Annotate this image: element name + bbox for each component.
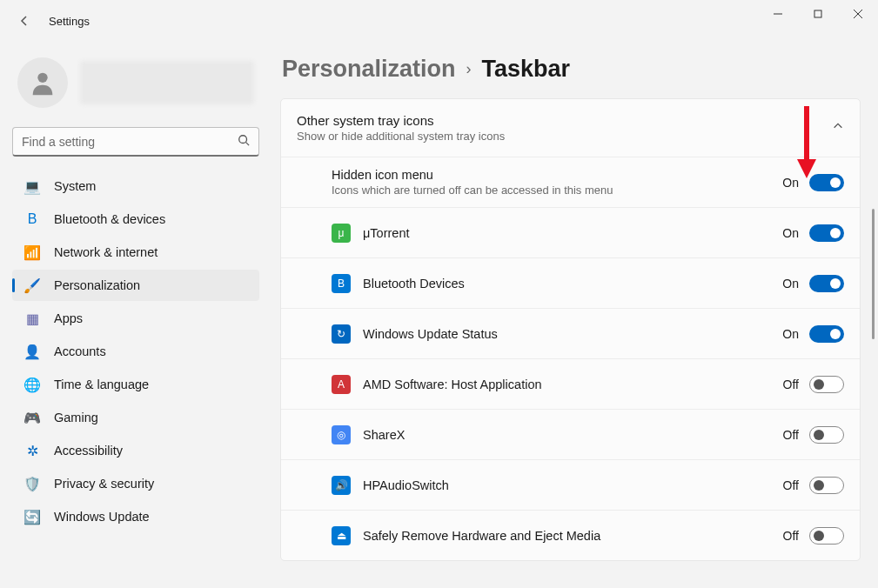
nav-icon: 📶 <box>24 244 40 260</box>
nav-label: Windows Update <box>54 510 150 524</box>
row-title: Windows Update Status <box>363 327 782 341</box>
nav-item-network-internet[interactable]: 📶Network & internet <box>12 237 259 268</box>
toggle-state-label: On <box>782 277 799 291</box>
tray-icon-row: ◎ShareXOff <box>281 409 860 459</box>
search-icon <box>238 134 250 150</box>
toggle-windows-update-status[interactable] <box>809 325 844 343</box>
toggle-state-label: Off <box>783 478 799 492</box>
nav-label: Privacy & security <box>54 477 154 491</box>
tray-icon-row: BBluetooth DevicesOn <box>281 257 860 308</box>
svg-point-4 <box>37 73 47 83</box>
close-button[interactable] <box>838 0 878 28</box>
app-icon: B <box>332 274 351 293</box>
nav-label: Apps <box>54 311 83 325</box>
user-name-redacted <box>80 61 254 104</box>
scrollbar[interactable] <box>872 209 875 339</box>
breadcrumb: Personalization › Taskbar <box>280 56 861 83</box>
minimize-button[interactable] <box>758 0 798 28</box>
app-icon: ⏏ <box>332 526 351 545</box>
search-box[interactable] <box>12 127 259 157</box>
breadcrumb-parent[interactable]: Personalization <box>282 56 456 83</box>
tray-icon-row: AAMD Software: Host ApplicationOff <box>281 358 860 409</box>
nav-item-system[interactable]: 💻System <box>12 170 259 202</box>
row-title: ShareX <box>363 428 783 442</box>
tray-icon-row: ↻Windows Update StatusOn <box>281 308 860 358</box>
avatar <box>17 57 68 108</box>
toggle-state-label: Off <box>783 529 799 543</box>
nav-icon: 🔄 <box>24 509 40 525</box>
nav-item-windows-update[interactable]: 🔄Windows Update <box>12 501 259 532</box>
nav-item-apps[interactable]: ▦Apps <box>12 303 259 334</box>
section-header[interactable]: Other system tray icons Show or hide add… <box>281 99 860 157</box>
row-title: μTorrent <box>363 226 782 240</box>
nav-item-time-language[interactable]: 🌐Time & language <box>12 369 259 400</box>
nav-label: Bluetooth & devices <box>54 212 165 226</box>
toggle-state-label: On <box>782 176 799 190</box>
nav-label: Gaming <box>54 411 98 424</box>
breadcrumb-current: Taskbar <box>482 56 571 83</box>
toggle-safely-remove-hardware-and-eject-media[interactable] <box>809 527 844 545</box>
toggle-state-label: Off <box>783 378 799 391</box>
search-input[interactable] <box>22 135 238 149</box>
nav-item-accessibility[interactable]: ✲Accessibility <box>12 435 259 466</box>
row-hidden-icon-menu: Hidden icon menu Icons which are turned … <box>281 157 860 207</box>
app-icon: 🔊 <box>332 476 351 495</box>
chevron-right-icon: › <box>466 60 472 78</box>
toggle-bluetooth-devices[interactable] <box>809 275 844 292</box>
nav-item-gaming[interactable]: 🎮Gaming <box>12 402 259 433</box>
app-icon: A <box>332 375 351 394</box>
nav-icon: ✲ <box>24 443 40 458</box>
nav-icon: 🛡️ <box>24 476 40 491</box>
nav-label: Accounts <box>54 344 106 358</box>
toggle-amd-software-host-application[interactable] <box>809 376 844 393</box>
toggle-sharex[interactable] <box>809 426 844 444</box>
main-content: Personalization › Taskbar Other system t… <box>271 42 878 588</box>
row-title: Hidden icon menu <box>332 168 782 182</box>
nav-item-bluetooth-devices[interactable]: BBluetooth & devices <box>12 204 259 235</box>
toggle--torrent[interactable] <box>809 224 844 242</box>
row-title: Bluetooth Devices <box>363 277 782 291</box>
nav-icon: 🎮 <box>24 410 40 425</box>
nav-icon: B <box>24 211 40 227</box>
nav-icon: 🖌️ <box>24 277 40 293</box>
toggle-state-label: On <box>782 226 799 240</box>
back-button[interactable] <box>14 10 35 31</box>
row-title: Safely Remove Hardware and Eject Media <box>363 529 783 543</box>
nav-icon: 👤 <box>24 344 40 359</box>
app-title: Settings <box>49 15 90 28</box>
nav-item-personalization[interactable]: 🖌️Personalization <box>12 270 259 301</box>
nav-label: Personalization <box>54 278 140 292</box>
tray-icon-row: ⏏Safely Remove Hardware and Eject MediaO… <box>281 510 860 560</box>
toggle-hpaudioswitch[interactable] <box>809 477 844 494</box>
nav-item-privacy-security[interactable]: 🛡️Privacy & security <box>12 468 259 499</box>
nav-icon: 🌐 <box>24 377 40 392</box>
app-icon: ↻ <box>332 324 351 344</box>
section-title: Other system tray icons <box>297 113 832 128</box>
nav-label: Network & internet <box>54 245 158 259</box>
toggle-state-label: On <box>782 327 799 341</box>
toggle-state-label: Off <box>783 428 799 442</box>
chevron-up-icon <box>832 120 844 136</box>
svg-line-6 <box>246 142 250 145</box>
nav-label: System <box>54 179 96 193</box>
app-icon: μ <box>332 224 351 243</box>
maximize-button[interactable] <box>798 0 838 28</box>
section-other-tray-icons: Other system tray icons Show or hide add… <box>280 98 861 561</box>
nav-label: Time & language <box>54 378 149 391</box>
user-profile[interactable] <box>12 49 259 124</box>
nav-item-accounts[interactable]: 👤Accounts <box>12 336 259 367</box>
row-subtitle: Icons which are turned off can be access… <box>332 184 680 197</box>
toggle-hidden-icon-menu[interactable] <box>809 174 844 191</box>
nav-icon: 💻 <box>24 178 40 194</box>
tray-icon-row: μμTorrentOn <box>281 207 860 257</box>
app-icon: ◎ <box>332 425 351 444</box>
nav-label: Accessibility <box>54 444 123 458</box>
row-title: HPAudioSwitch <box>363 478 783 492</box>
sidebar: 💻SystemBBluetooth & devices📶Network & in… <box>0 42 271 588</box>
svg-point-5 <box>239 135 247 143</box>
tray-icon-row: 🔊HPAudioSwitchOff <box>281 459 860 510</box>
nav-icon: ▦ <box>24 311 40 326</box>
row-title: AMD Software: Host Application <box>363 378 783 391</box>
svg-rect-1 <box>814 10 821 17</box>
section-subtitle: Show or hide additional system tray icon… <box>297 130 832 143</box>
